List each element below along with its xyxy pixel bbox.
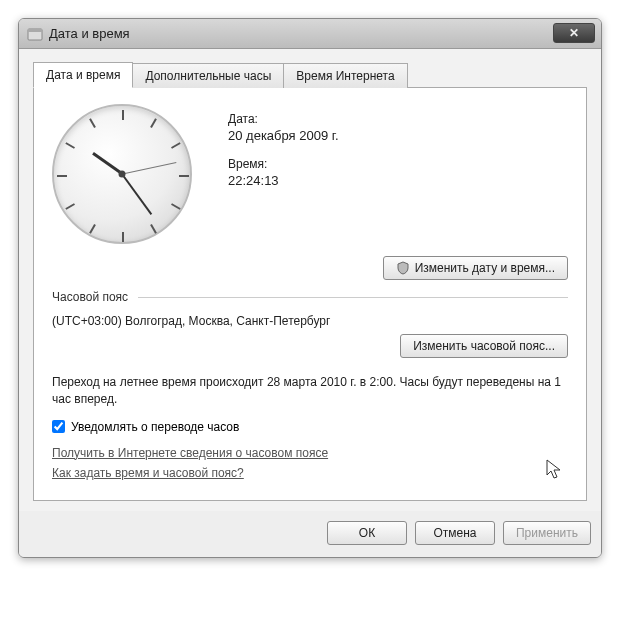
tab-datetime[interactable]: Дата и время bbox=[33, 62, 133, 88]
dialog-body: Дата и время Дополнительные часы Время И… bbox=[19, 49, 601, 511]
timezone-section-label: Часовой пояс bbox=[52, 290, 568, 304]
datetime-top-row: Дата: 20 декабря 2009 г. Время: 22:24:13 bbox=[52, 104, 568, 244]
divider bbox=[138, 297, 568, 298]
notify-dst-label: Уведомлять о переводе часов bbox=[71, 420, 239, 434]
tab-additional-clocks[interactable]: Дополнительные часы bbox=[132, 63, 284, 88]
timezone-value: (UTC+03:00) Волгоград, Москва, Санкт-Пет… bbox=[52, 314, 568, 328]
time-value: 22:24:13 bbox=[228, 173, 568, 188]
clock-minute-hand bbox=[121, 173, 152, 215]
cancel-button[interactable]: Отмена bbox=[415, 521, 495, 545]
notify-dst-row[interactable]: Уведомлять о переводе часов bbox=[52, 420, 568, 434]
analog-clock bbox=[52, 104, 192, 244]
change-datetime-button-label: Изменить дату и время... bbox=[415, 261, 555, 275]
tab-strip: Дата и время Дополнительные часы Время И… bbox=[33, 61, 587, 88]
shield-icon bbox=[396, 261, 410, 275]
date-label: Дата: bbox=[228, 112, 568, 126]
change-timezone-button[interactable]: Изменить часовой пояс... bbox=[400, 334, 568, 358]
change-datetime-row: Изменить дату и время... bbox=[52, 256, 568, 280]
dialog-footer: ОК Отмена Применить bbox=[19, 511, 601, 557]
ok-button[interactable]: ОК bbox=[327, 521, 407, 545]
dst-info-text: Переход на летнее время происходит 28 ма… bbox=[52, 374, 568, 408]
timezone-section-text: Часовой пояс bbox=[52, 290, 128, 304]
change-timezone-row: Изменить часовой пояс... bbox=[52, 334, 568, 358]
date-value: 20 декабря 2009 г. bbox=[228, 128, 568, 143]
link-howto[interactable]: Как задать время и часовой пояс? bbox=[52, 466, 244, 480]
titlebar[interactable]: Дата и время ✕ bbox=[19, 19, 601, 49]
svg-rect-1 bbox=[28, 29, 42, 32]
window-title: Дата и время bbox=[49, 26, 130, 41]
datetime-icon bbox=[27, 26, 43, 42]
link-tzinfo[interactable]: Получить в Интернете сведения о часовом … bbox=[52, 446, 328, 460]
apply-button[interactable]: Применить bbox=[503, 521, 591, 545]
datetime-info: Дата: 20 декабря 2009 г. Время: 22:24:13 bbox=[228, 104, 568, 244]
change-datetime-button[interactable]: Изменить дату и время... bbox=[383, 256, 568, 280]
close-icon: ✕ bbox=[569, 26, 579, 40]
clock-second-hand bbox=[122, 162, 176, 174]
datetime-dialog-window: Дата и время ✕ Дата и время Дополнительн… bbox=[18, 18, 602, 558]
notify-dst-checkbox[interactable] bbox=[52, 420, 65, 433]
tab-panel-datetime: Дата: 20 декабря 2009 г. Время: 22:24:13… bbox=[33, 87, 587, 501]
clock-container bbox=[52, 104, 202, 244]
tab-internet-time[interactable]: Время Интернета bbox=[283, 63, 407, 88]
change-timezone-button-label: Изменить часовой пояс... bbox=[413, 339, 555, 353]
time-label: Время: bbox=[228, 157, 568, 171]
close-button[interactable]: ✕ bbox=[553, 23, 595, 43]
